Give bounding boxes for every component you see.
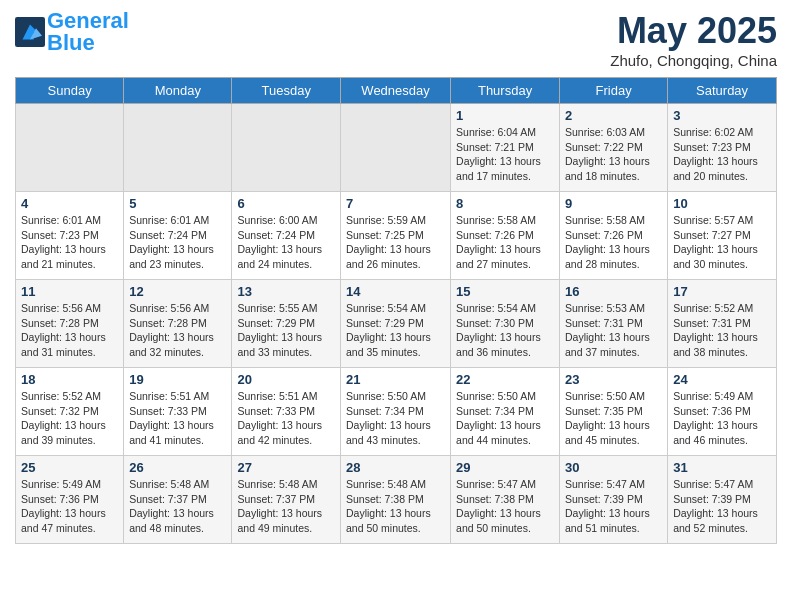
location: Zhufo, Chongqing, China bbox=[610, 52, 777, 69]
calendar-cell: 3Sunrise: 6:02 AMSunset: 7:23 PMDaylight… bbox=[668, 104, 777, 192]
month-title: May 2025 bbox=[610, 10, 777, 52]
day-info: Sunrise: 6:04 AMSunset: 7:21 PMDaylight:… bbox=[456, 125, 554, 184]
day-number: 24 bbox=[673, 372, 771, 387]
logo-icon bbox=[15, 17, 45, 47]
calendar-cell: 8Sunrise: 5:58 AMSunset: 7:26 PMDaylight… bbox=[451, 192, 560, 280]
day-number: 1 bbox=[456, 108, 554, 123]
calendar-week-4: 18Sunrise: 5:52 AMSunset: 7:32 PMDayligh… bbox=[16, 368, 777, 456]
day-number: 13 bbox=[237, 284, 335, 299]
day-number: 6 bbox=[237, 196, 335, 211]
day-info: Sunrise: 5:48 AMSunset: 7:38 PMDaylight:… bbox=[346, 477, 445, 536]
day-info: Sunrise: 6:03 AMSunset: 7:22 PMDaylight:… bbox=[565, 125, 662, 184]
day-number: 31 bbox=[673, 460, 771, 475]
logo: GeneralBlue bbox=[15, 10, 129, 54]
weekday-header-sunday: Sunday bbox=[16, 78, 124, 104]
calendar-cell: 28Sunrise: 5:48 AMSunset: 7:38 PMDayligh… bbox=[341, 456, 451, 544]
calendar-cell: 19Sunrise: 5:51 AMSunset: 7:33 PMDayligh… bbox=[124, 368, 232, 456]
day-number: 7 bbox=[346, 196, 445, 211]
calendar-week-3: 11Sunrise: 5:56 AMSunset: 7:28 PMDayligh… bbox=[16, 280, 777, 368]
weekday-header-tuesday: Tuesday bbox=[232, 78, 341, 104]
day-info: Sunrise: 5:59 AMSunset: 7:25 PMDaylight:… bbox=[346, 213, 445, 272]
weekday-header-monday: Monday bbox=[124, 78, 232, 104]
weekday-header-wednesday: Wednesday bbox=[341, 78, 451, 104]
weekday-header-thursday: Thursday bbox=[451, 78, 560, 104]
day-number: 23 bbox=[565, 372, 662, 387]
day-number: 25 bbox=[21, 460, 118, 475]
calendar-cell: 13Sunrise: 5:55 AMSunset: 7:29 PMDayligh… bbox=[232, 280, 341, 368]
day-number: 21 bbox=[346, 372, 445, 387]
day-info: Sunrise: 5:51 AMSunset: 7:33 PMDaylight:… bbox=[129, 389, 226, 448]
calendar-cell: 18Sunrise: 5:52 AMSunset: 7:32 PMDayligh… bbox=[16, 368, 124, 456]
day-info: Sunrise: 5:49 AMSunset: 7:36 PMDaylight:… bbox=[21, 477, 118, 536]
calendar-cell: 5Sunrise: 6:01 AMSunset: 7:24 PMDaylight… bbox=[124, 192, 232, 280]
day-info: Sunrise: 5:47 AMSunset: 7:39 PMDaylight:… bbox=[673, 477, 771, 536]
calendar-cell: 7Sunrise: 5:59 AMSunset: 7:25 PMDaylight… bbox=[341, 192, 451, 280]
day-info: Sunrise: 5:51 AMSunset: 7:33 PMDaylight:… bbox=[237, 389, 335, 448]
day-info: Sunrise: 5:57 AMSunset: 7:27 PMDaylight:… bbox=[673, 213, 771, 272]
day-info: Sunrise: 5:47 AMSunset: 7:39 PMDaylight:… bbox=[565, 477, 662, 536]
calendar-cell: 6Sunrise: 6:00 AMSunset: 7:24 PMDaylight… bbox=[232, 192, 341, 280]
calendar-cell: 15Sunrise: 5:54 AMSunset: 7:30 PMDayligh… bbox=[451, 280, 560, 368]
day-info: Sunrise: 5:58 AMSunset: 7:26 PMDaylight:… bbox=[565, 213, 662, 272]
day-info: Sunrise: 5:47 AMSunset: 7:38 PMDaylight:… bbox=[456, 477, 554, 536]
day-info: Sunrise: 6:02 AMSunset: 7:23 PMDaylight:… bbox=[673, 125, 771, 184]
weekday-header-row: SundayMondayTuesdayWednesdayThursdayFrid… bbox=[16, 78, 777, 104]
calendar-cell: 9Sunrise: 5:58 AMSunset: 7:26 PMDaylight… bbox=[560, 192, 668, 280]
calendar-cell: 23Sunrise: 5:50 AMSunset: 7:35 PMDayligh… bbox=[560, 368, 668, 456]
calendar-cell: 27Sunrise: 5:48 AMSunset: 7:37 PMDayligh… bbox=[232, 456, 341, 544]
day-info: Sunrise: 5:50 AMSunset: 7:35 PMDaylight:… bbox=[565, 389, 662, 448]
day-number: 5 bbox=[129, 196, 226, 211]
day-number: 27 bbox=[237, 460, 335, 475]
calendar-week-1: 1Sunrise: 6:04 AMSunset: 7:21 PMDaylight… bbox=[16, 104, 777, 192]
calendar-cell bbox=[232, 104, 341, 192]
calendar-cell: 4Sunrise: 6:01 AMSunset: 7:23 PMDaylight… bbox=[16, 192, 124, 280]
day-info: Sunrise: 5:54 AMSunset: 7:30 PMDaylight:… bbox=[456, 301, 554, 360]
day-info: Sunrise: 5:56 AMSunset: 7:28 PMDaylight:… bbox=[21, 301, 118, 360]
weekday-header-saturday: Saturday bbox=[668, 78, 777, 104]
logo-text: GeneralBlue bbox=[47, 10, 129, 54]
calendar-cell: 30Sunrise: 5:47 AMSunset: 7:39 PMDayligh… bbox=[560, 456, 668, 544]
day-number: 2 bbox=[565, 108, 662, 123]
calendar-cell: 29Sunrise: 5:47 AMSunset: 7:38 PMDayligh… bbox=[451, 456, 560, 544]
day-number: 3 bbox=[673, 108, 771, 123]
page-header: GeneralBlue May 2025 Zhufo, Chongqing, C… bbox=[15, 10, 777, 69]
calendar-table: SundayMondayTuesdayWednesdayThursdayFrid… bbox=[15, 77, 777, 544]
calendar-cell: 24Sunrise: 5:49 AMSunset: 7:36 PMDayligh… bbox=[668, 368, 777, 456]
day-info: Sunrise: 6:01 AMSunset: 7:23 PMDaylight:… bbox=[21, 213, 118, 272]
day-number: 29 bbox=[456, 460, 554, 475]
calendar-cell: 22Sunrise: 5:50 AMSunset: 7:34 PMDayligh… bbox=[451, 368, 560, 456]
day-info: Sunrise: 5:50 AMSunset: 7:34 PMDaylight:… bbox=[346, 389, 445, 448]
day-number: 17 bbox=[673, 284, 771, 299]
day-number: 4 bbox=[21, 196, 118, 211]
day-info: Sunrise: 5:52 AMSunset: 7:31 PMDaylight:… bbox=[673, 301, 771, 360]
calendar-cell: 10Sunrise: 5:57 AMSunset: 7:27 PMDayligh… bbox=[668, 192, 777, 280]
calendar-cell: 26Sunrise: 5:48 AMSunset: 7:37 PMDayligh… bbox=[124, 456, 232, 544]
day-number: 16 bbox=[565, 284, 662, 299]
day-info: Sunrise: 5:52 AMSunset: 7:32 PMDaylight:… bbox=[21, 389, 118, 448]
calendar-cell: 12Sunrise: 5:56 AMSunset: 7:28 PMDayligh… bbox=[124, 280, 232, 368]
day-number: 14 bbox=[346, 284, 445, 299]
day-info: Sunrise: 5:55 AMSunset: 7:29 PMDaylight:… bbox=[237, 301, 335, 360]
calendar-cell: 21Sunrise: 5:50 AMSunset: 7:34 PMDayligh… bbox=[341, 368, 451, 456]
day-number: 9 bbox=[565, 196, 662, 211]
day-number: 28 bbox=[346, 460, 445, 475]
calendar-week-5: 25Sunrise: 5:49 AMSunset: 7:36 PMDayligh… bbox=[16, 456, 777, 544]
day-info: Sunrise: 5:53 AMSunset: 7:31 PMDaylight:… bbox=[565, 301, 662, 360]
calendar-cell: 20Sunrise: 5:51 AMSunset: 7:33 PMDayligh… bbox=[232, 368, 341, 456]
day-number: 18 bbox=[21, 372, 118, 387]
calendar-cell: 1Sunrise: 6:04 AMSunset: 7:21 PMDaylight… bbox=[451, 104, 560, 192]
day-info: Sunrise: 5:54 AMSunset: 7:29 PMDaylight:… bbox=[346, 301, 445, 360]
calendar-cell bbox=[341, 104, 451, 192]
day-number: 8 bbox=[456, 196, 554, 211]
day-number: 11 bbox=[21, 284, 118, 299]
day-number: 19 bbox=[129, 372, 226, 387]
calendar-cell: 17Sunrise: 5:52 AMSunset: 7:31 PMDayligh… bbox=[668, 280, 777, 368]
calendar-cell: 14Sunrise: 5:54 AMSunset: 7:29 PMDayligh… bbox=[341, 280, 451, 368]
day-info: Sunrise: 5:49 AMSunset: 7:36 PMDaylight:… bbox=[673, 389, 771, 448]
day-info: Sunrise: 6:00 AMSunset: 7:24 PMDaylight:… bbox=[237, 213, 335, 272]
calendar-cell: 16Sunrise: 5:53 AMSunset: 7:31 PMDayligh… bbox=[560, 280, 668, 368]
day-info: Sunrise: 5:50 AMSunset: 7:34 PMDaylight:… bbox=[456, 389, 554, 448]
calendar-cell: 31Sunrise: 5:47 AMSunset: 7:39 PMDayligh… bbox=[668, 456, 777, 544]
day-info: Sunrise: 5:48 AMSunset: 7:37 PMDaylight:… bbox=[129, 477, 226, 536]
day-number: 15 bbox=[456, 284, 554, 299]
